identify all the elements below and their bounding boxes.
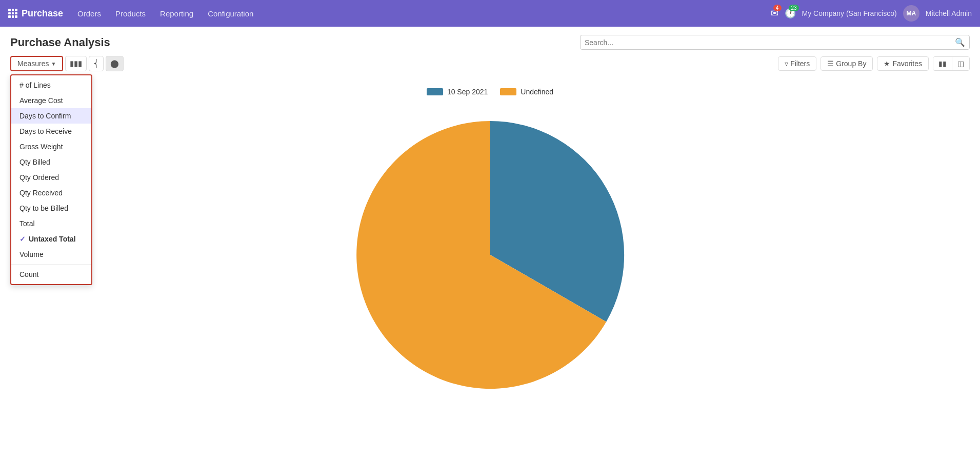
toolbar-right: ▿ Filters ☰ Group By ★ Favorites ▮▮ ◫ <box>778 56 970 71</box>
filters-button[interactable]: ▿ Filters <box>778 56 816 71</box>
measures-dropdown: # of Lines Average Cost Days to Confirm … <box>10 74 92 285</box>
measure-item-days-confirm[interactable]: Days to Confirm <box>11 108 91 124</box>
chart-area: 10 Sep 2021 Undefined <box>10 77 970 414</box>
groupby-button[interactable]: ☰ Group By <box>821 56 873 71</box>
measure-item-total[interactable]: Total <box>11 216 91 231</box>
dropdown-divider <box>11 264 91 265</box>
search-bar[interactable]: 🔍 <box>580 35 970 50</box>
search-icon[interactable]: 🔍 <box>955 37 965 47</box>
top-navigation: Purchase Orders Products Reporting Confi… <box>0 0 980 27</box>
view-toggle: ▮▮ ◫ <box>933 56 970 71</box>
app-title: Purchase <box>22 8 63 19</box>
bar-view-button[interactable]: ▮▮ <box>933 57 952 70</box>
measures-caret-icon: ▼ <box>51 61 56 67</box>
measure-item-days-receive[interactable]: Days to Receive <box>11 124 91 139</box>
main-content: Purchase Analysis 🔍 Measures ▼ ▮▮▮ ⎨ ⬤ #… <box>0 27 980 460</box>
measure-item-avg-cost[interactable]: Average Cost <box>11 93 91 108</box>
measure-item-qty-ordered[interactable]: Qty Ordered <box>11 170 91 185</box>
nav-configuration[interactable]: Configuration <box>202 6 259 21</box>
activities-badge: 23 <box>789 5 798 11</box>
pie-chart-button[interactable]: ⬤ <box>106 56 124 71</box>
pie-chart <box>342 106 639 404</box>
measure-item-qty-to-bill[interactable]: Qty to be Billed <box>11 201 91 216</box>
bar-chart-button[interactable]: ▮▮▮ <box>65 56 87 71</box>
search-input[interactable] <box>585 38 955 47</box>
app-logo[interactable]: Purchase <box>8 8 63 19</box>
legend-label-orange: Undefined <box>521 88 553 96</box>
company-label: My Company (San Francisco) <box>802 9 897 17</box>
grid-icon <box>8 9 17 18</box>
measures-button[interactable]: Measures ▼ <box>10 56 63 71</box>
page-title: Purchase Analysis <box>10 36 110 49</box>
line-chart-button[interactable]: ⎨ <box>89 56 104 71</box>
top-nav-menu: Orders Products Reporting Configuration <box>71 6 771 21</box>
nav-reporting[interactable]: Reporting <box>154 6 199 21</box>
topnav-right: ✉ 4 🕐 23 My Company (San Francisco) MA M… <box>771 5 972 22</box>
measure-item-gross-weight[interactable]: Gross Weight <box>11 139 91 154</box>
activities-icon-btn[interactable]: 🕐 23 <box>785 8 796 19</box>
avatar[interactable]: MA <box>903 5 919 22</box>
legend-item-blue: 10 Sep 2021 <box>427 88 488 96</box>
measure-item-lines[interactable]: # of Lines <box>11 77 91 93</box>
nav-orders[interactable]: Orders <box>71 6 107 21</box>
legend-swatch-orange <box>500 88 516 95</box>
toolbar-left: Measures ▼ ▮▮▮ ⎨ ⬤ # of Lines Average Co… <box>10 56 124 71</box>
measure-item-untaxed-total[interactable]: ✓ Untaxed Total <box>11 231 91 247</box>
measure-item-qty-billed[interactable]: Qty Billed <box>11 154 91 170</box>
page-header: Purchase Analysis 🔍 <box>10 35 970 50</box>
user-label: Mitchell Admin <box>926 9 972 17</box>
legend-item-orange: Undefined <box>500 88 553 96</box>
toolbar: Measures ▼ ▮▮▮ ⎨ ⬤ # of Lines Average Co… <box>10 56 970 71</box>
favorites-button[interactable]: ★ Favorites <box>877 56 929 71</box>
messages-badge: 4 <box>773 5 782 11</box>
grid-view-button[interactable]: ◫ <box>952 57 969 70</box>
measure-item-count[interactable]: Count <box>11 267 91 282</box>
legend-swatch-blue <box>427 88 443 95</box>
measure-item-volume[interactable]: Volume <box>11 247 91 262</box>
legend-label-blue: 10 Sep 2021 <box>447 88 488 96</box>
measure-item-qty-received[interactable]: Qty Received <box>11 185 91 201</box>
messages-icon-btn[interactable]: ✉ 4 <box>771 8 778 19</box>
nav-products[interactable]: Products <box>109 6 152 21</box>
chart-legend: 10 Sep 2021 Undefined <box>427 88 553 96</box>
